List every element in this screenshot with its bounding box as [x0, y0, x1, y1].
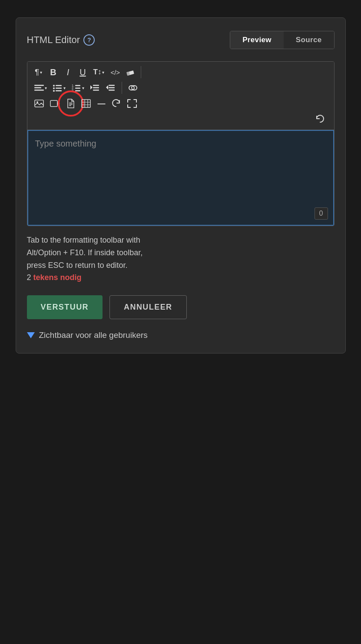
hint-text: Tab to the formatting toolbar with Alt/O… [27, 234, 335, 284]
svg-rect-30 [69, 104, 73, 105]
svg-point-7 [53, 87, 55, 89]
outdent-icon [106, 84, 116, 92]
verstuur-button[interactable]: VERSTUUR [27, 295, 103, 319]
visibility-label: Zichtbaar voor alle gebruikers [39, 330, 148, 340]
video-button[interactable] [47, 97, 63, 110]
svg-rect-32 [82, 100, 90, 107]
tab-group: Preview Source [230, 31, 334, 49]
editor-placeholder: Type something [35, 139, 326, 149]
code-button[interactable]: </> [108, 65, 123, 79]
hint-line1: Tab to the formatting toolbar with [27, 236, 140, 244]
char-count: 0 [315, 207, 328, 220]
toolbar-sep-1 [141, 66, 141, 78]
video-icon [50, 100, 60, 107]
triangle-down-icon [27, 332, 35, 338]
image-button[interactable] [32, 97, 46, 110]
svg-rect-19 [93, 90, 99, 91]
editor-area[interactable]: Type something 0 [27, 130, 334, 226]
svg-rect-6 [56, 85, 62, 87]
tab-preview[interactable]: Preview [230, 31, 284, 49]
svg-rect-21 [109, 85, 115, 86]
undo-button[interactable] [312, 112, 327, 126]
expand-icon [127, 99, 137, 108]
svg-rect-2 [34, 85, 44, 86]
align-button[interactable]: ▾ [32, 81, 50, 95]
indent-icon [90, 84, 100, 92]
svg-rect-14 [75, 88, 80, 89]
eraser-button[interactable] [123, 65, 137, 79]
italic-button[interactable]: I [61, 65, 75, 79]
svg-rect-31 [69, 105, 71, 106]
bold-button[interactable]: B [46, 65, 60, 79]
ordered-list-button[interactable]: 1. 2. 3. ▾ [69, 81, 87, 95]
toolbar: ¶▾ B I U T↕▾ </> [27, 62, 334, 130]
svg-rect-3 [34, 87, 41, 89]
svg-point-5 [53, 85, 55, 87]
svg-text:3.: 3. [72, 89, 74, 92]
svg-rect-12 [75, 85, 80, 87]
underline-button[interactable]: U [76, 65, 90, 79]
hr-button[interactable]: — [94, 97, 108, 110]
undo-icon [315, 115, 325, 123]
html-editor-label: HTML Editor ? [27, 34, 95, 46]
redo-button[interactable] [109, 97, 124, 110]
svg-rect-22 [109, 87, 115, 89]
hint-line2: Alt/Option + F10. If inside toolbar, [27, 248, 143, 257]
hint-required-label: tekens nodig [33, 273, 82, 282]
btn-row: VERSTUUR ANNULEER [27, 295, 335, 319]
toolbar-row-3: — [32, 97, 330, 110]
document-button[interactable] [64, 97, 78, 110]
svg-rect-29 [69, 103, 73, 103]
tab-source[interactable]: Source [284, 31, 334, 49]
svg-marker-20 [90, 85, 93, 90]
link-icon [128, 84, 138, 92]
svg-rect-27 [50, 100, 57, 107]
svg-rect-23 [109, 90, 115, 91]
svg-rect-8 [56, 88, 62, 89]
hint-required-prefix: 2 [27, 273, 31, 282]
ordered-list-icon: 1. 2. 3. [72, 84, 81, 92]
expand-button[interactable] [125, 97, 139, 110]
svg-marker-24 [106, 85, 108, 90]
outdent-button[interactable] [103, 81, 118, 95]
link-button[interactable] [126, 81, 140, 95]
svg-marker-28 [57, 102, 60, 105]
svg-rect-17 [93, 85, 99, 86]
unordered-list-icon [53, 84, 63, 92]
svg-rect-16 [75, 90, 80, 92]
toolbar-row-1: ¶▾ B I U T↕▾ </> [32, 65, 330, 79]
svg-point-9 [53, 90, 55, 92]
unordered-list-button[interactable]: ▾ [50, 81, 68, 95]
align-icon [34, 84, 44, 92]
annuleer-button[interactable]: ANNULEER [109, 295, 187, 319]
hint-line3: press ESC to return to editor. [27, 261, 128, 270]
svg-rect-4 [34, 90, 44, 91]
document-icon [66, 99, 75, 108]
editor-container: ¶▾ B I U T↕▾ </> [27, 61, 335, 226]
paragraph-button[interactable]: ¶▾ [32, 65, 46, 79]
eraser-icon [126, 68, 135, 77]
html-editor-title: HTML Editor [27, 34, 80, 46]
redo-icon [112, 99, 121, 108]
table-icon [81, 99, 91, 108]
font-size-button[interactable]: T↕▾ [91, 65, 107, 79]
toolbar-sep-2 [122, 82, 122, 94]
toolbar-row-4 [32, 112, 330, 126]
toolbar-row-2: ▾ ▾ 1. [32, 81, 330, 95]
table-button[interactable] [79, 97, 93, 110]
image-icon [34, 100, 44, 107]
help-icon[interactable]: ? [83, 34, 95, 46]
svg-rect-10 [56, 90, 62, 92]
html-editor-card: HTML Editor ? Preview Source ¶▾ B I U T↕… [16, 17, 346, 354]
visibility-row[interactable]: Zichtbaar voor alle gebruikers [27, 330, 335, 340]
svg-rect-18 [93, 87, 99, 89]
header-row: HTML Editor ? Preview Source [27, 31, 335, 49]
indent-button[interactable] [88, 81, 103, 95]
